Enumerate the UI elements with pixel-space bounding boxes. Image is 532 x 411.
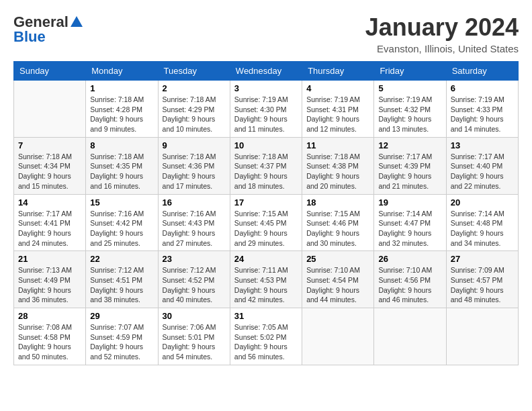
- day-number: 22: [90, 254, 153, 264]
- day-info: Sunrise: 7:11 AMSunset: 4:53 PMDaylight:…: [234, 265, 298, 305]
- calendar-cell: 22Sunrise: 7:12 AMSunset: 4:51 PMDayligh…: [86, 251, 158, 308]
- day-info: Sunrise: 7:09 AMSunset: 4:57 PMDaylight:…: [451, 265, 514, 305]
- day-info: Sunrise: 7:15 AMSunset: 4:45 PMDaylight:…: [234, 209, 298, 248]
- day-number: 31: [234, 311, 298, 321]
- day-info: Sunrise: 7:08 AMSunset: 4:58 PMDaylight:…: [18, 322, 81, 362]
- day-info: Sunrise: 7:18 AMSunset: 4:34 PMDaylight:…: [18, 152, 81, 191]
- logo-blue: Blue: [13, 28, 46, 46]
- day-number: 18: [306, 197, 369, 208]
- calendar-cell: 24Sunrise: 7:11 AMSunset: 4:53 PMDayligh…: [230, 251, 302, 308]
- calendar-cell: [374, 308, 446, 365]
- day-number: 11: [306, 140, 369, 150]
- day-info: Sunrise: 7:17 AMSunset: 4:41 PMDaylight:…: [18, 209, 81, 248]
- calendar-week-row: 14Sunrise: 7:17 AMSunset: 4:41 PMDayligh…: [14, 194, 519, 251]
- calendar-cell: 29Sunrise: 7:07 AMSunset: 4:59 PMDayligh…: [86, 308, 158, 365]
- calendar-week-row: 21Sunrise: 7:13 AMSunset: 4:49 PMDayligh…: [14, 251, 519, 308]
- day-number: 17: [234, 197, 298, 208]
- calendar-cell: 6Sunrise: 7:19 AMSunset: 4:33 PMDaylight…: [446, 81, 518, 138]
- calendar-cell: 19Sunrise: 7:14 AMSunset: 4:47 PMDayligh…: [374, 194, 446, 251]
- day-number: 30: [163, 311, 226, 321]
- logo: General Blue: [13, 13, 85, 46]
- day-number: 16: [163, 197, 226, 208]
- day-number: 6: [451, 83, 514, 93]
- calendar-cell: 27Sunrise: 7:09 AMSunset: 4:57 PMDayligh…: [446, 251, 518, 308]
- day-info: Sunrise: 7:16 AMSunset: 4:43 PMDaylight:…: [163, 209, 226, 248]
- day-number: 21: [18, 254, 81, 264]
- day-number: 2: [163, 83, 226, 93]
- day-info: Sunrise: 7:18 AMSunset: 4:37 PMDaylight:…: [234, 152, 298, 191]
- calendar-cell: 28Sunrise: 7:08 AMSunset: 4:58 PMDayligh…: [14, 308, 86, 365]
- page-header: General Blue January 2024 Evanston, Illi…: [13, 13, 519, 54]
- day-info: Sunrise: 7:05 AMSunset: 5:02 PMDaylight:…: [234, 322, 298, 362]
- day-info: Sunrise: 7:06 AMSunset: 5:01 PMDaylight:…: [163, 322, 226, 362]
- day-of-week-header: Tuesday: [158, 62, 230, 81]
- day-info: Sunrise: 7:18 AMSunset: 4:38 PMDaylight:…: [306, 152, 369, 191]
- day-info: Sunrise: 7:14 AMSunset: 4:48 PMDaylight:…: [451, 209, 514, 248]
- calendar-cell: 2Sunrise: 7:18 AMSunset: 4:29 PMDaylight…: [158, 81, 230, 138]
- calendar-cell: 18Sunrise: 7:15 AMSunset: 4:46 PMDayligh…: [302, 194, 374, 251]
- day-of-week-header: Monday: [86, 62, 158, 81]
- day-number: 3: [234, 83, 298, 93]
- calendar-cell: 30Sunrise: 7:06 AMSunset: 5:01 PMDayligh…: [158, 308, 230, 365]
- location: Evanston, Illinois, United States: [365, 43, 519, 54]
- day-info: Sunrise: 7:18 AMSunset: 4:28 PMDaylight:…: [90, 95, 153, 134]
- day-number: 20: [451, 197, 514, 208]
- day-number: 8: [90, 140, 153, 150]
- day-number: 23: [163, 254, 226, 264]
- calendar-table: SundayMondayTuesdayWednesdayThursdayFrid…: [13, 61, 519, 365]
- calendar-header-row: SundayMondayTuesdayWednesdayThursdayFrid…: [14, 62, 519, 81]
- day-number: 14: [18, 197, 81, 208]
- calendar-week-row: 1Sunrise: 7:18 AMSunset: 4:28 PMDaylight…: [14, 81, 519, 138]
- month-title: January 2024: [365, 13, 519, 42]
- calendar-cell: 31Sunrise: 7:05 AMSunset: 5:02 PMDayligh…: [230, 308, 302, 365]
- day-info: Sunrise: 7:15 AMSunset: 4:46 PMDaylight:…: [306, 209, 369, 248]
- calendar-cell: 4Sunrise: 7:19 AMSunset: 4:31 PMDaylight…: [302, 81, 374, 138]
- day-number: 19: [378, 197, 441, 208]
- calendar-cell: [302, 308, 374, 365]
- day-info: Sunrise: 7:12 AMSunset: 4:52 PMDaylight:…: [163, 265, 226, 305]
- svg-marker-0: [71, 16, 83, 27]
- day-number: 7: [18, 140, 81, 150]
- day-number: 10: [234, 140, 298, 150]
- calendar-week-row: 28Sunrise: 7:08 AMSunset: 4:58 PMDayligh…: [14, 308, 519, 365]
- day-number: 12: [378, 140, 441, 150]
- calendar-cell: 14Sunrise: 7:17 AMSunset: 4:41 PMDayligh…: [14, 194, 86, 251]
- calendar-cell: 25Sunrise: 7:10 AMSunset: 4:54 PMDayligh…: [302, 251, 374, 308]
- day-info: Sunrise: 7:19 AMSunset: 4:32 PMDaylight:…: [378, 95, 441, 134]
- day-info: Sunrise: 7:19 AMSunset: 4:30 PMDaylight:…: [234, 95, 298, 134]
- day-number: 26: [378, 254, 441, 264]
- calendar-cell: 21Sunrise: 7:13 AMSunset: 4:49 PMDayligh…: [14, 251, 86, 308]
- day-info: Sunrise: 7:18 AMSunset: 4:35 PMDaylight:…: [90, 152, 153, 191]
- day-info: Sunrise: 7:10 AMSunset: 4:56 PMDaylight:…: [378, 265, 441, 305]
- day-number: 15: [90, 197, 153, 208]
- day-of-week-header: Friday: [374, 62, 446, 81]
- day-info: Sunrise: 7:13 AMSunset: 4:49 PMDaylight:…: [18, 265, 81, 305]
- calendar-cell: 11Sunrise: 7:18 AMSunset: 4:38 PMDayligh…: [302, 137, 374, 194]
- day-info: Sunrise: 7:17 AMSunset: 4:39 PMDaylight:…: [378, 152, 441, 191]
- day-info: Sunrise: 7:16 AMSunset: 4:42 PMDaylight:…: [90, 209, 153, 248]
- day-of-week-header: Sunday: [14, 62, 86, 81]
- title-section: January 2024 Evanston, Illinois, United …: [365, 13, 519, 54]
- day-info: Sunrise: 7:18 AMSunset: 4:29 PMDaylight:…: [163, 95, 226, 134]
- day-info: Sunrise: 7:19 AMSunset: 4:33 PMDaylight:…: [451, 95, 514, 134]
- calendar-cell: 10Sunrise: 7:18 AMSunset: 4:37 PMDayligh…: [230, 137, 302, 194]
- calendar-cell: 20Sunrise: 7:14 AMSunset: 4:48 PMDayligh…: [446, 194, 518, 251]
- day-info: Sunrise: 7:18 AMSunset: 4:36 PMDaylight:…: [163, 152, 226, 191]
- day-number: 27: [451, 254, 514, 264]
- day-info: Sunrise: 7:07 AMSunset: 4:59 PMDaylight:…: [90, 322, 153, 362]
- day-number: 28: [18, 311, 81, 321]
- calendar-cell: 1Sunrise: 7:18 AMSunset: 4:28 PMDaylight…: [86, 81, 158, 138]
- day-info: Sunrise: 7:17 AMSunset: 4:40 PMDaylight:…: [451, 152, 514, 191]
- day-number: 1: [90, 83, 153, 93]
- calendar-cell: 5Sunrise: 7:19 AMSunset: 4:32 PMDaylight…: [374, 81, 446, 138]
- calendar-cell: 8Sunrise: 7:18 AMSunset: 4:35 PMDaylight…: [86, 137, 158, 194]
- day-of-week-header: Saturday: [446, 62, 518, 81]
- calendar-cell: 12Sunrise: 7:17 AMSunset: 4:39 PMDayligh…: [374, 137, 446, 194]
- calendar-week-row: 7Sunrise: 7:18 AMSunset: 4:34 PMDaylight…: [14, 137, 519, 194]
- calendar-cell: 26Sunrise: 7:10 AMSunset: 4:56 PMDayligh…: [374, 251, 446, 308]
- calendar-cell: [446, 308, 518, 365]
- calendar-cell: 17Sunrise: 7:15 AMSunset: 4:45 PMDayligh…: [230, 194, 302, 251]
- calendar-cell: 9Sunrise: 7:18 AMSunset: 4:36 PMDaylight…: [158, 137, 230, 194]
- calendar-cell: [14, 81, 86, 138]
- day-number: 25: [306, 254, 369, 264]
